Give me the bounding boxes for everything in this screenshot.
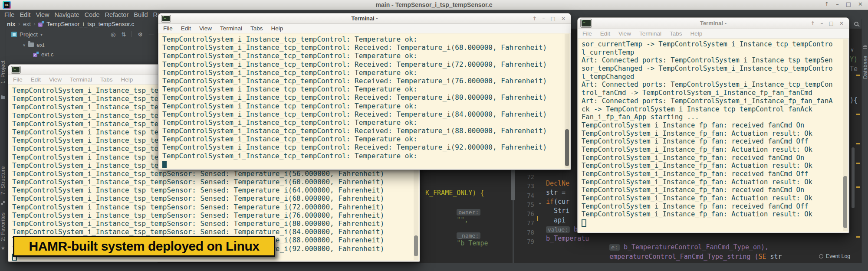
ide-menu-item[interactable]: Refactor — [102, 11, 131, 18]
change-marker — [856, 236, 860, 238]
window-control-button[interactable]: ✕ — [839, 20, 844, 26]
terminal-output: TempControlSystem_i_Instance_tcp_tempCon… — [159, 33, 570, 169]
chevron-down-icon[interactable]: ▾ — [40, 32, 43, 37]
terminal-scrollbar-thumb[interactable] — [414, 235, 418, 256]
window-control-button[interactable]: □ — [551, 16, 556, 22]
terminal-line: TempControlSystem_i_Instance_tsp_tempSen… — [12, 170, 419, 178]
terminal-menu-item[interactable]: File — [163, 25, 173, 32]
window-control-button[interactable]: – — [821, 20, 823, 26]
window-control-button[interactable]: – — [542, 16, 545, 22]
terminal-line: Art: Connected ports: TempControlSystem_… — [582, 81, 848, 89]
window-control-button[interactable]: ↑ — [811, 20, 815, 26]
change-marker — [856, 143, 860, 144]
breadcrumb-file[interactable]: TempSensor_i_tsp_tempSensor.c — [46, 21, 134, 27]
terminal-menu-item[interactable]: Help — [121, 76, 133, 83]
terminal-menu-item[interactable]: Help — [690, 30, 703, 37]
terminal-scrollbar[interactable] — [565, 34, 569, 168]
terminal-menu-item[interactable]: Terminal — [639, 30, 661, 37]
window-control-button[interactable]: ✕ — [561, 16, 566, 22]
ide-menu-item[interactable]: Edit — [17, 11, 33, 18]
terminal-line: TempControlSystem_i_Instance_tcp_tempCon… — [162, 52, 570, 60]
terminal-menu-item[interactable]: Edit — [600, 30, 610, 37]
breadcrumb-root[interactable]: nix — [7, 21, 16, 27]
ide-menu-item[interactable]: Build — [131, 11, 150, 18]
terminal-menubar: FileEditViewTerminalTabsHelp — [158, 24, 571, 33]
line-number: 74 — [519, 191, 534, 200]
terminal-menu-item[interactable]: Help — [271, 25, 283, 32]
terminal-menu-item[interactable]: View — [199, 25, 212, 32]
terminal-menu-item[interactable]: File — [582, 30, 592, 37]
editor-scrollbar-thumb[interactable] — [852, 147, 855, 208]
search-icon[interactable] — [854, 22, 858, 26]
code-string: "b_Tempe — [457, 239, 488, 247]
terminal-menu-item[interactable]: File — [13, 76, 23, 83]
terminal-menu-item[interactable]: View — [49, 76, 62, 83]
terminal-window-right[interactable]: Terminal - ↑–□✕ FileEditViewTerminalTabs… — [577, 17, 849, 233]
sidebar-item-database[interactable]: Database — [862, 52, 868, 82]
terminal-line: TempControlSystem_i_Instance_fp_fan: Act… — [582, 146, 848, 154]
breadcrumb-dir[interactable]: ext — [23, 21, 31, 27]
terminal-body[interactable]: TempControlSystem_i_Instance_tcp_tempCon… — [159, 33, 570, 169]
project-panel-title[interactable]: Project — [20, 31, 38, 38]
terminal-menu-item[interactable]: Terminal — [70, 76, 92, 83]
ide-menu-item[interactable]: Code — [82, 11, 102, 18]
terminal-line: TempControlSystem_i_Instance_tsp_tempSen… — [12, 211, 419, 219]
terminal-line: TempControlSystem_i_Instance_fp_fan: rec… — [582, 202, 848, 211]
terminal-window-middle[interactable]: Terminal - ↑–□✕ FileEditViewTerminalTabs… — [158, 13, 571, 170]
terminal-line: TempControlSystem_i_Instance_tcp_tempCon… — [162, 77, 570, 85]
terminal-line: ck -> TempControlSystem_i_Instance_tcp_t… — [582, 105, 848, 114]
line-number: 78 — [519, 228, 534, 237]
terminal-scrollbar[interactable] — [843, 39, 848, 231]
window-control-button[interactable]: ↑ — [533, 16, 537, 22]
terminal-body[interactable]: sor_currentTemp -> TempControlSystem_i_I… — [579, 39, 848, 232]
terminal-scrollbar-thumb[interactable] — [565, 129, 569, 166]
chevron-expanded-icon[interactable]: ∨ — [23, 42, 26, 47]
locate-icon[interactable]: ◎ — [111, 31, 115, 38]
line-number: 77 — [519, 219, 534, 228]
terminal-menu-item[interactable]: Tabs — [100, 76, 113, 83]
line-number: 73 — [519, 182, 534, 191]
terminal-line: TempControlSystem_i_Instance_fp_fan: Act… — [582, 210, 848, 219]
fold-marker-icon[interactable]: ⌄ — [539, 199, 542, 205]
tree-item-ext[interactable]: ∨ ext — [6, 40, 158, 49]
terminal-line: TempControlSystem_i_Instance_tcp_tempCon… — [162, 69, 570, 77]
terminal-line: Art: Connected ports: TempControlSystem_… — [582, 56, 848, 65]
change-marker — [856, 186, 860, 188]
terminal-scrollbar-thumb[interactable] — [843, 176, 847, 228]
terminal-menu-item[interactable]: Terminal — [220, 25, 242, 32]
window-control-button[interactable]: – — [836, 1, 839, 7]
terminal-title: Terminal - — [158, 15, 571, 22]
line-number: 72 — [519, 173, 534, 182]
terminal-line: TempControlSystem_i_Instance_tcp_tempCon… — [162, 118, 570, 127]
change-marker — [537, 216, 538, 221]
window-control-button[interactable]: ↑ — [824, 1, 829, 7]
ide-menu-item[interactable]: View — [33, 11, 52, 18]
sidebar-item-project[interactable]: 1: Project — [0, 52, 6, 93]
event-log-widget[interactable]: Event Log — [819, 253, 850, 259]
gear-icon[interactable]: ⚙ — [138, 31, 143, 38]
terminal-menu-item[interactable]: Tabs — [670, 30, 682, 37]
code-fragment: owner: "", _name: "b_Tempe — [425, 200, 488, 255]
sidebar-item-favorites[interactable]: 2: Favorites — [0, 210, 6, 244]
ide-menu-item[interactable]: File — [2, 11, 17, 18]
terminal-menu-item[interactable]: View — [618, 30, 631, 37]
c-file-icon — [33, 52, 39, 57]
terminal-titlebar[interactable]: Terminal - ↑–□✕ — [158, 13, 571, 24]
hide-panel-icon[interactable]: — — [148, 31, 154, 38]
ide-menu-item[interactable]: Navigate — [52, 11, 82, 18]
terminal-menu-item[interactable]: Tabs — [250, 25, 263, 32]
terminal-menu-item[interactable]: Edit — [181, 25, 191, 32]
editor-scrollbar-thumb[interactable] — [511, 169, 515, 200]
folder-icon — [28, 42, 34, 47]
terminal-titlebar[interactable]: Terminal - ↑–□✕ — [578, 18, 849, 29]
window-control-button[interactable]: ✕ — [858, 1, 863, 7]
collapse-all-icon[interactable]: ⇅ — [121, 31, 126, 38]
window-control-button[interactable]: □ — [846, 1, 851, 7]
tree-item-ext-c[interactable]: ext.c — [6, 49, 158, 59]
terminal-line: TempControlSystem_i_Instance_tcp_tempCon… — [162, 102, 570, 110]
terminal-line: TempControlSystem_i_Instance_tsp_tempSen… — [12, 178, 419, 186]
terminal-line: TempControlSystem_i_Instance_tcp_tempCon… — [162, 85, 570, 93]
terminal-menu-item[interactable]: Edit — [31, 76, 41, 83]
window-control-button[interactable]: □ — [829, 20, 834, 26]
sidebar-item-structure[interactable]: 7: Structure — [0, 163, 6, 198]
